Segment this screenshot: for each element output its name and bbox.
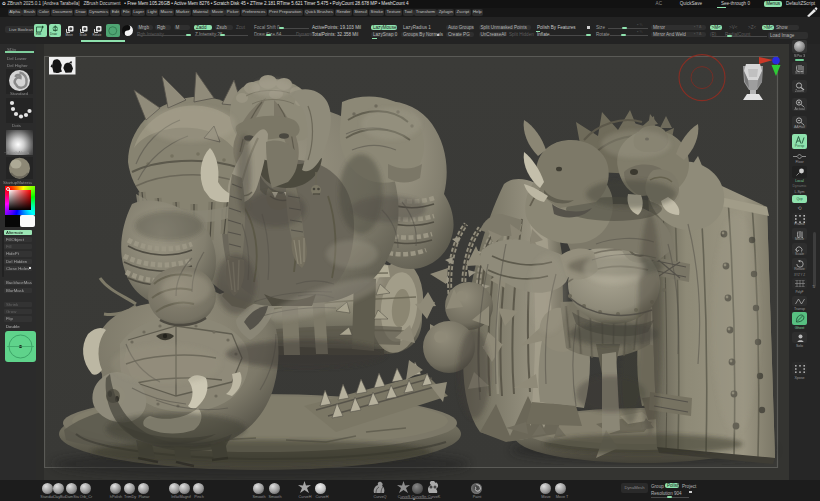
svg-text:Scale: Scale — [80, 33, 88, 37]
svg-text:Draw: Draw — [50, 32, 58, 36]
svg-text:Edit: Edit — [36, 32, 41, 36]
svg-text:Rotate: Rotate — [93, 33, 102, 37]
svg-text:Move: Move — [66, 33, 74, 37]
